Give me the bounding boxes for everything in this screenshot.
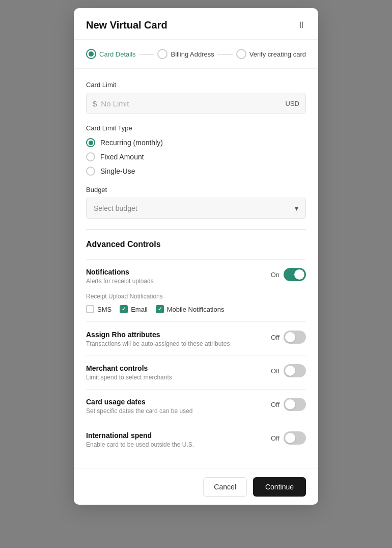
new-virtual-card-modal: New Virtual Card ⏸ Card Details Billing … (74, 8, 318, 505)
limit-placeholder: No Limit (101, 99, 285, 108)
checkbox-email[interactable]: Email (120, 305, 148, 313)
radio-recurring[interactable]: Recurring (monthly) (86, 138, 306, 147)
card-limit-type-label: Card Limit Type (86, 124, 306, 132)
budget-select-placeholder: Select budget (94, 204, 137, 212)
modal-header: New Virtual Card ⏸ (74, 8, 318, 40)
card-usage-dates-info: Card usage dates Set specific dates the … (86, 398, 263, 415)
checkbox-label-sms: SMS (97, 306, 111, 313)
radio-label-recurring: Recurring (monthly) (100, 139, 163, 147)
budget-section: Budget Select budget ▾ (86, 186, 306, 219)
radio-circle-recurring (86, 138, 95, 147)
advanced-controls-title: Advanced Controls (86, 240, 306, 249)
merchant-controls-info: Merchant controls Limit spend to select … (86, 364, 263, 381)
card-limit-field: Card Limit $ No Limit USD (86, 81, 306, 114)
receipt-notifications: Receipt Upload Notifications SMS Email M… (86, 293, 306, 322)
card-usage-dates-toggle-label: Off (271, 401, 279, 408)
chevron-down-icon: ▾ (295, 204, 298, 212)
pause-icon[interactable]: ⏸ (297, 20, 306, 31)
notifications-control: Notifications Alerts for receipt uploads… (86, 259, 306, 293)
step-divider-2 (217, 54, 233, 54)
notifications-toggle-label: On (271, 271, 279, 279)
modal-title: New Virtual Card (86, 19, 167, 31)
stepper: Card Details Billing Address Verify crea… (74, 40, 318, 69)
radio-circle-fixed (86, 152, 95, 161)
currency-code: USD (286, 100, 299, 107)
notifications-title: Notifications (86, 268, 263, 276)
assign-rho-desc: Transactions will be auto-assigned to th… (86, 340, 263, 347)
radio-circle-single (86, 167, 95, 176)
checkbox-label-mobile: Mobile Notifications (167, 306, 225, 313)
notifications-toggle[interactable] (284, 268, 306, 281)
international-spend-toggle-container: Off (271, 431, 306, 445)
radio-group: Recurring (monthly) Fixed Amount Single-… (86, 138, 306, 176)
international-spend-toggle-label: Off (271, 434, 279, 442)
notifications-toggle-container: On (271, 268, 306, 281)
budget-select[interactable]: Select budget ▾ (86, 198, 306, 219)
notifications-desc: Alerts for receipt uploads (86, 278, 263, 285)
card-limit-label: Card Limit (86, 81, 306, 89)
card-usage-dates-toggle[interactable] (284, 398, 306, 411)
advanced-controls: Advanced Controls Notifications Alerts f… (86, 240, 306, 456)
merchant-controls-title: Merchant controls (86, 364, 263, 372)
step-divider-1 (139, 54, 155, 54)
step-verify: Verify creating card (236, 49, 306, 59)
international-spend-info: International spend Enable card to be us… (86, 431, 263, 448)
merchant-controls-desc: Limit spend to select merchants (86, 374, 263, 381)
assign-rho-toggle-label: Off (271, 334, 279, 341)
checkbox-sms[interactable]: SMS (86, 305, 111, 313)
step-label-billing: Billing Address (171, 50, 214, 58)
radio-label-single: Single-Use (100, 167, 135, 175)
merchant-controls-toggle-container: Off (271, 364, 306, 377)
budget-label: Budget (86, 186, 306, 194)
checkbox-box-email (120, 305, 128, 313)
notifications-info: Notifications Alerts for receipt uploads (86, 268, 263, 285)
step-circle-verify (236, 49, 246, 59)
card-usage-dates-title: Card usage dates (86, 398, 263, 406)
checkbox-mobile[interactable]: Mobile Notifications (156, 305, 225, 313)
merchant-controls-toggle-label: Off (271, 367, 279, 375)
step-label-verify: Verify creating card (249, 50, 306, 58)
step-circle-billing (157, 49, 167, 59)
checkbox-label-email: Email (131, 306, 148, 313)
continue-button[interactable]: Continue (253, 477, 306, 497)
card-usage-dates-control: Card usage dates Set specific dates the … (86, 389, 306, 423)
divider-1 (86, 229, 306, 230)
checkbox-box-mobile (156, 305, 164, 313)
modal-footer: Cancel Continue (74, 469, 318, 505)
step-billing-address: Billing Address (157, 49, 214, 59)
card-usage-dates-desc: Set specific dates the card can be used (86, 407, 263, 415)
international-spend-toggle[interactable] (284, 431, 306, 445)
step-circle-card-details (86, 49, 96, 59)
step-card-details: Card Details (86, 49, 136, 59)
card-limit-input[interactable]: $ No Limit USD (86, 93, 306, 114)
modal-body: Card Limit $ No Limit USD Card Limit Typ… (74, 69, 318, 469)
checkbox-group: SMS Email Mobile Notifications (86, 305, 306, 313)
merchant-controls-toggle[interactable] (284, 364, 306, 377)
assign-rho-control: Assign Rho attributes Transactions will … (86, 322, 306, 355)
assign-rho-title: Assign Rho attributes (86, 331, 263, 339)
step-label-card-details: Card Details (99, 50, 136, 58)
currency-symbol: $ (93, 99, 97, 108)
merchant-controls-control: Merchant controls Limit spend to select … (86, 355, 306, 389)
radio-fixed[interactable]: Fixed Amount (86, 152, 306, 161)
card-usage-dates-toggle-container: Off (271, 398, 306, 411)
receipt-label: Receipt Upload Notifications (86, 293, 306, 300)
cancel-button[interactable]: Cancel (203, 477, 247, 497)
assign-rho-toggle[interactable] (284, 331, 306, 344)
radio-single-use[interactable]: Single-Use (86, 167, 306, 176)
international-spend-title: International spend (86, 431, 263, 440)
assign-rho-info: Assign Rho attributes Transactions will … (86, 331, 263, 347)
international-spend-desc: Enable card to be used outside the U.S. (86, 441, 263, 448)
international-spend-control: International spend Enable card to be us… (86, 423, 306, 456)
card-limit-type: Card Limit Type Recurring (monthly) Fixe… (86, 124, 306, 176)
radio-label-fixed: Fixed Amount (100, 153, 144, 161)
assign-rho-toggle-container: Off (271, 331, 306, 344)
checkbox-box-sms (86, 305, 94, 313)
